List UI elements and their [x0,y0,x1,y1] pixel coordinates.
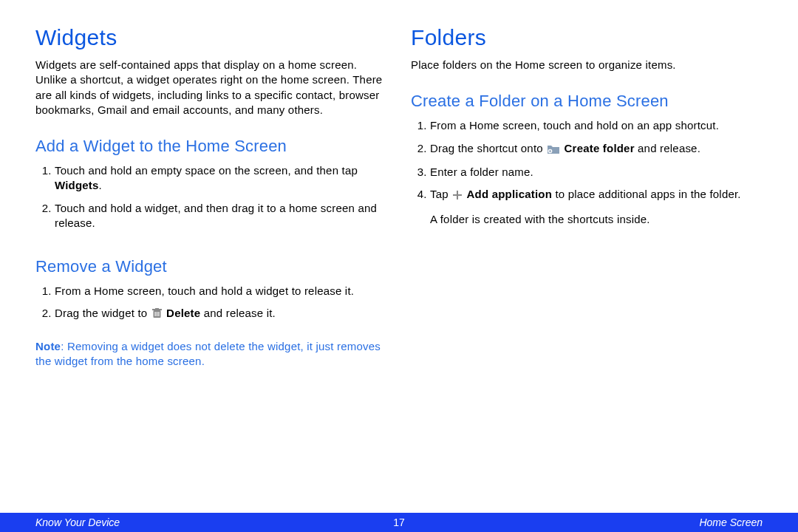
widgets-heading: Widgets [35,25,387,50]
create-folder-heading: Create a Folder on a Home Screen [411,92,763,111]
remove-widget-heading: Remove a Widget [35,257,387,276]
list-item: Drag the widget to Delete and release it… [55,306,387,322]
svg-rect-8 [549,151,551,151]
remove-widget-steps: From a Home screen, touch and hold a wid… [35,284,387,330]
list-item: Enter a folder name. [430,165,763,180]
folder-plus-icon [548,143,559,157]
footer-left: Know Your Device [35,516,120,528]
trash-icon [152,307,162,322]
list-item: From a Home screen, touch and hold on an… [430,118,763,133]
footer-right: Home Screen [699,516,763,528]
page-footer: Know Your Device 17 Home Screen [0,513,798,532]
list-item: Drag the shortcut onto Create folder and… [430,141,763,157]
svg-rect-3 [154,312,155,316]
list-item: Touch and hold an empty space on the scr… [55,163,387,194]
add-widget-steps: Touch and hold an empty space on the scr… [35,163,387,238]
plus-icon [453,188,462,203]
right-column: Folders Place folders on the Home screen… [411,21,763,369]
svg-rect-4 [157,312,157,316]
create-folder-result: A folder is created with the shortcuts i… [430,212,763,227]
svg-rect-10 [453,194,462,196]
svg-rect-2 [155,308,159,310]
list-item: Touch and hold a widget, and then drag i… [55,201,387,231]
add-widget-heading: Add a Widget to the Home Screen [35,137,387,156]
folders-intro: Place folders on the Home screen to orga… [411,58,763,72]
folders-heading: Folders [411,25,763,50]
list-item: From a Home screen, touch and hold a wid… [55,284,387,299]
create-folder-steps: From a Home screen, touch and hold on an… [411,118,763,211]
svg-rect-5 [158,312,159,316]
widgets-intro: Widgets are self-contained apps that dis… [35,58,387,117]
remove-widget-note: Note: Removing a widget does not delete … [35,339,387,369]
left-column: Widgets Widgets are self-contained apps … [35,21,387,369]
list-item: Tap Add application to place additional … [430,187,763,203]
